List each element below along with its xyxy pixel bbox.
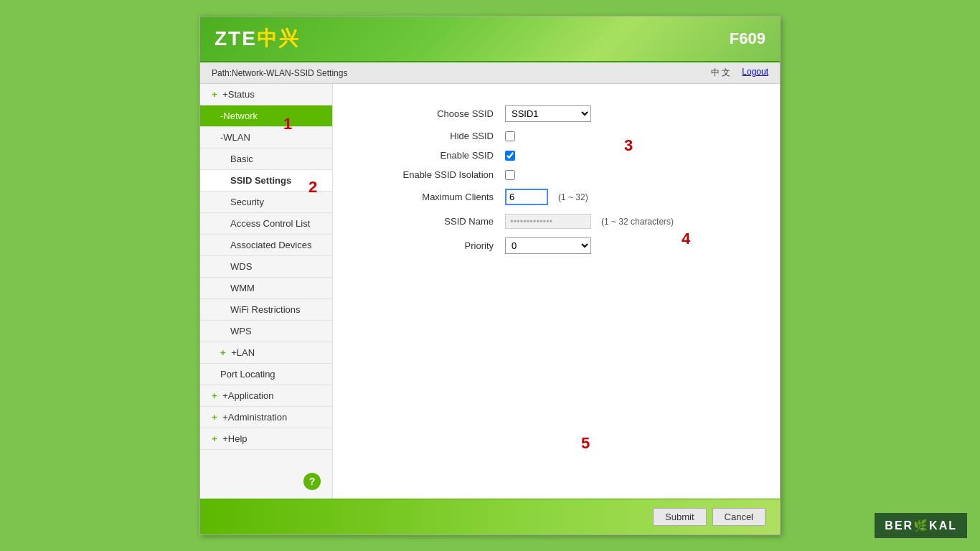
ssid-name-label: SSID Name [362,216,505,227]
sidebar-item-help[interactable]: +Help [200,428,332,450]
maximum-clients-hint: (1 ~ 32) [558,192,588,202]
router-ui: ZTE中兴 F609 Path:Network-WLAN-SSID Settin… [199,16,781,535]
enable-ssid-control [505,151,515,161]
priority-control: 0 1 2 3 [505,237,591,254]
hide-ssid-label: Hide SSID [362,131,505,141]
annotation-3: 3 [624,136,633,155]
model-name: F609 [730,29,765,48]
logout-link[interactable]: Logout [742,67,768,79]
maximum-clients-input[interactable] [505,189,548,205]
priority-label: Priority [362,240,505,251]
sidebar-item-network[interactable]: -Network [200,105,332,127]
cancel-button[interactable]: Cancel [712,508,765,526]
annotation-4: 4 [682,230,690,248]
breadcrumb-bar: Path:Network-WLAN-SSID Settings 中 文 Logo… [200,62,780,84]
enable-ssid-checkbox[interactable] [505,151,515,161]
sidebar: +Status -Network -WLAN Basic SSID Settin… [200,84,333,499]
sidebar-item-wmm[interactable]: WMM [200,278,332,299]
hide-ssid-control [505,131,515,141]
ssid-name-hint: (1 ~ 32 characters) [601,217,674,227]
form-row-hide-ssid: Hide SSID [362,131,751,141]
choose-ssid-label: Choose SSID [362,108,505,119]
watermark: BER🌿KAL [875,513,967,538]
content-area: Choose SSID SSID1 SSID2 SSID3 SSID4 Hide… [333,84,780,499]
annotation-2: 2 [308,178,317,197]
logo: ZTE中兴 [215,25,300,52]
form-row-choose-ssid: Choose SSID SSID1 SSID2 SSID3 SSID4 [362,105,751,122]
annotation-1: 1 [283,115,292,133]
sidebar-item-application[interactable]: +Application [200,385,332,407]
sidebar-item-wds[interactable]: WDS [200,256,332,278]
sidebar-item-administration[interactable]: +Administration [200,407,332,428]
form-row-enable-ssid: Enable SSID [362,150,751,161]
sidebar-item-port-locating[interactable]: Port Locating [200,364,332,385]
form-row-priority: Priority 0 1 2 3 [362,237,751,254]
maximum-clients-control: (1 ~ 32) [505,189,588,205]
form-row-ssid-isolation: Enable SSID Isolation [362,169,751,180]
hide-ssid-checkbox[interactable] [505,131,515,141]
enable-ssid-isolation-label: Enable SSID Isolation [362,169,505,180]
breadcrumb-path: Path:Network-WLAN-SSID Settings [212,68,347,78]
annotation-5: 5 [581,434,590,453]
breadcrumb-actions: 中 文 Logout [711,67,768,79]
sidebar-help-section: ? [200,464,332,499]
sidebar-item-wlan[interactable]: -WLAN [200,127,332,149]
form-row-maximum-clients: Maximum Clients (1 ~ 32) [362,189,751,205]
enable-ssid-isolation-checkbox[interactable] [505,170,515,180]
header: ZTE中兴 F609 [200,17,780,62]
ssid-name-control: ••••••••••••• (1 ~ 32 characters) [505,214,674,229]
sidebar-item-status[interactable]: +Status [200,84,332,105]
submit-button[interactable]: Submit [653,508,706,526]
enable-ssid-isolation-control [505,170,515,180]
choose-ssid-select[interactable]: SSID1 SSID2 SSID3 SSID4 [505,105,591,122]
main-layout: +Status -Network -WLAN Basic SSID Settin… [200,84,780,499]
sidebar-item-associated-devices[interactable]: Associated Devices [200,235,332,256]
sidebar-item-acl[interactable]: Access Control List [200,213,332,235]
form-row-ssid-name: SSID Name ••••••••••••• (1 ~ 32 characte… [362,214,751,229]
help-button[interactable]: ? [303,473,321,490]
sidebar-item-wifi-restrictions[interactable]: WiFi Restrictions [200,299,332,321]
lang-switch[interactable]: 中 文 [711,67,730,79]
enable-ssid-label: Enable SSID [362,150,505,161]
sidebar-item-lan[interactable]: +LAN [200,342,332,364]
maximum-clients-label: Maximum Clients [362,192,505,202]
ssid-name-value: ••••••••••••• [505,214,591,229]
footer: Submit Cancel [200,499,780,534]
choose-ssid-control: SSID1 SSID2 SSID3 SSID4 [505,105,591,122]
sidebar-item-basic[interactable]: Basic [200,149,332,170]
sidebar-item-wps[interactable]: WPS [200,321,332,342]
priority-select[interactable]: 0 1 2 3 [505,237,591,254]
